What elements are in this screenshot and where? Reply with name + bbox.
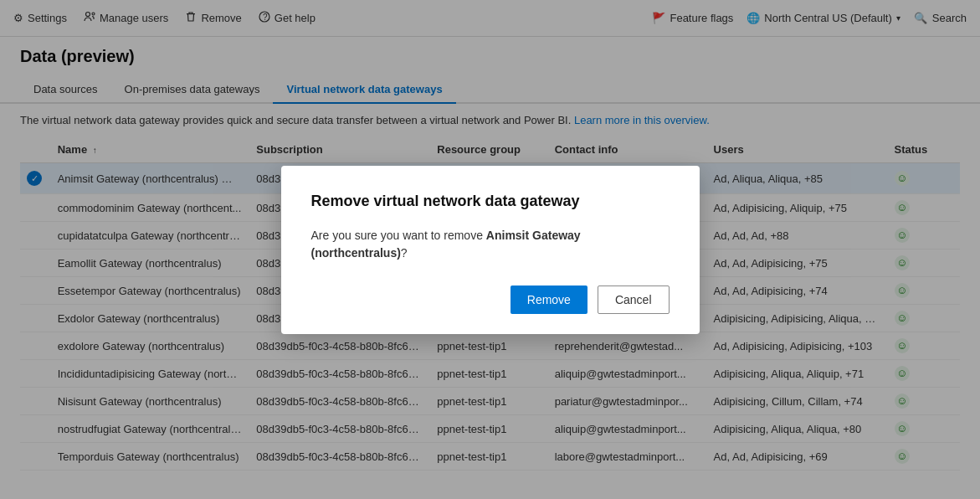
modal-remove-button[interactable]: Remove [511,286,587,314]
modal-body: Are you sure you want to remove Animsit … [311,227,670,262]
modal-body-suffix: ? [401,246,408,260]
modal-body-prefix: Are you sure you want to remove [311,229,486,242]
modal-overlay: Remove virtual network data gateway Are … [0,0,980,499]
modal-title: Remove virtual network data gateway [311,193,670,210]
modal-cancel-button[interactable]: Cancel [598,286,670,314]
remove-modal: Remove virtual network data gateway Are … [281,166,700,334]
modal-actions: Remove Cancel [311,286,670,314]
